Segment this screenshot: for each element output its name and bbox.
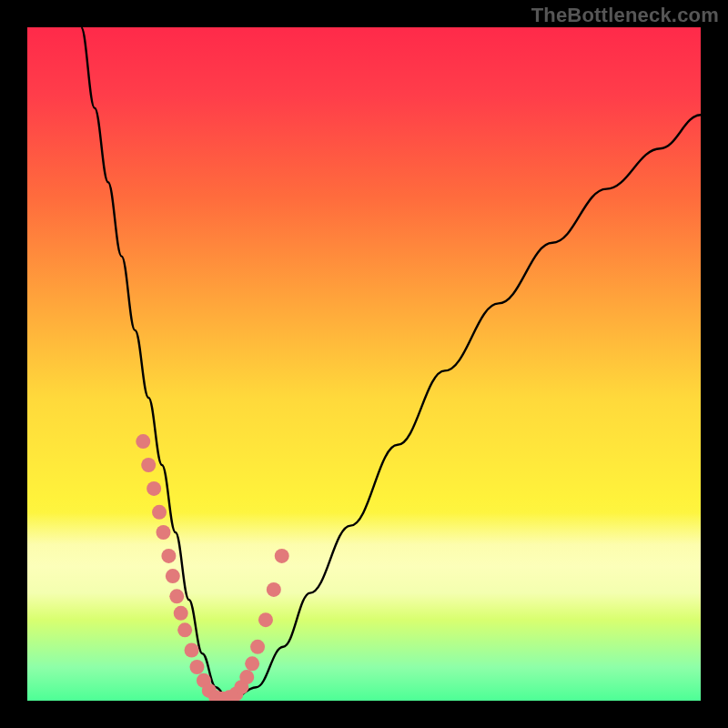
highlight-dot	[147, 481, 161, 496]
highlight-dot	[267, 582, 281, 597]
highlight-dot	[258, 612, 273, 627]
highlight-dot	[189, 660, 204, 674]
highlight-dot	[156, 525, 170, 540]
highlight-dot	[174, 606, 188, 621]
chart-svg	[27, 27, 701, 701]
highlight-dot	[161, 549, 176, 563]
plot-area	[27, 27, 701, 701]
watermark-text: TheBottleneck.com	[531, 4, 719, 27]
highlight-dot	[245, 656, 259, 671]
highlight-dot	[141, 458, 156, 472]
highlight-dot	[169, 589, 184, 603]
highlight-dot	[185, 643, 199, 658]
highlight-dot	[166, 569, 180, 583]
highlight-dot	[177, 622, 192, 637]
highlight-dot	[152, 505, 167, 520]
highlight-dot	[250, 640, 265, 654]
highlight-dot	[136, 434, 150, 449]
highlight-dot	[275, 549, 289, 563]
highlight-dot	[239, 670, 254, 684]
highlight-dots	[136, 434, 288, 701]
